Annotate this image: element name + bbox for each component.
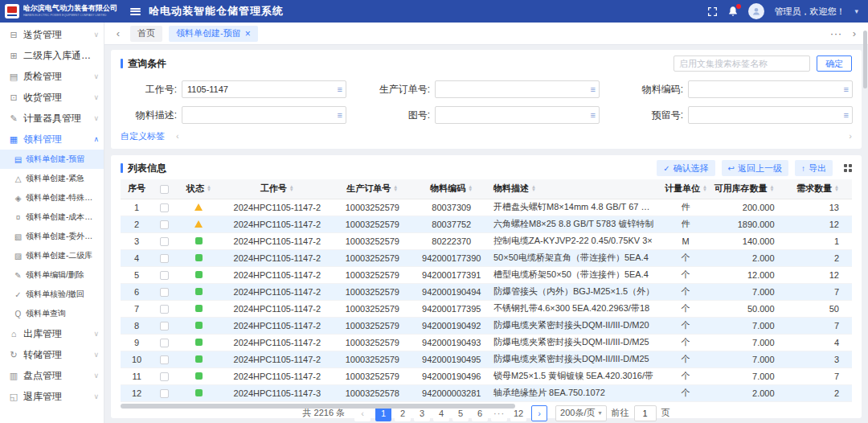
column-header-unit[interactable]: 计量单位▲▼ [661, 179, 710, 199]
filter-icon[interactable]: ≡ [591, 84, 596, 94]
back-up-button[interactable]: ↩返回上一级 [722, 160, 788, 176]
row-checkbox[interactable] [160, 372, 169, 381]
sidebar-item[interactable]: ◱退库管理∨ [0, 386, 104, 407]
sidebar-item[interactable]: ▦领料管理∧ [0, 129, 104, 150]
sidebar-item[interactable]: ⊟送货管理∨ [0, 24, 104, 45]
top-header: 哈尔滨电气动力装备有限公司 HARBIN ELECTRIC POWER EQUI… [0, 0, 868, 23]
tab-more-icon[interactable]: ··· [830, 28, 842, 39]
column-header-status[interactable]: 状态▲▼ [175, 179, 222, 199]
scrollbar-thumb[interactable] [121, 404, 515, 409]
sidebar-item[interactable]: ⌂出库管理∨ [0, 323, 104, 344]
field-input[interactable] [688, 106, 853, 124]
custom-tag-link[interactable]: 自定义标签 [121, 130, 165, 142]
sidebar-item[interactable]: ✎计量器具管理∨ [0, 108, 104, 129]
filter-icon[interactable]: ≡ [338, 110, 342, 120]
sidebar-subitem[interactable]: ✓领料单核验/撤回 [0, 285, 104, 304]
export-button[interactable]: ↑导出 [795, 160, 833, 176]
table-row[interactable]: 12024HPC1105-1147-21000325257980037309开槽… [121, 199, 852, 216]
sort-icon[interactable]: ▲▼ [468, 186, 473, 191]
filter-icon[interactable]: ≡ [591, 110, 596, 120]
column-header-work_no[interactable]: 工作号▲▼ [223, 179, 333, 199]
tag-name-input[interactable] [674, 55, 810, 72]
table-row[interactable]: 52024HPC1105-1147-2100032525799420001773… [121, 266, 852, 283]
tab[interactable]: 领料单创建-预留× [169, 26, 258, 42]
column-header-order_no[interactable]: 生产订单号▲▼ [332, 179, 412, 199]
filter-icon[interactable]: ≡ [338, 84, 342, 94]
row-checkbox[interactable] [160, 339, 169, 347]
column-settings-icon[interactable] [844, 164, 852, 172]
sidebar-subitem[interactable]: ¤领料单创建-成本中心 [0, 207, 104, 227]
sidebar-subitem[interactable]: ✎领料单编辑/删除 [0, 265, 104, 285]
sidebar-subitem[interactable]: ▧领料单创建-委外组件 [0, 227, 104, 246]
row-checkbox[interactable] [160, 254, 169, 263]
row-checkbox[interactable] [160, 271, 169, 280]
sidebar-collapse-icon[interactable] [130, 8, 141, 15]
column-header-material_desc[interactable]: 物料描述▲▼ [490, 179, 661, 199]
sidebar-subitem[interactable]: Q领料单查询 [0, 304, 104, 323]
tag-scroll-left-icon[interactable]: ‹ [176, 131, 179, 141]
sidebar-item[interactable]: ▤质检管理∨ [0, 66, 104, 87]
field-input[interactable] [688, 80, 853, 98]
table-row[interactable]: 72024HPC1105-1147-2100032525799420001773… [121, 300, 852, 317]
close-icon[interactable]: × [245, 29, 251, 39]
row-checkbox[interactable] [160, 305, 169, 314]
table-row[interactable]: 62024HPC1105-1147-2100032525799420001904… [121, 283, 852, 300]
user-avatar[interactable] [748, 3, 764, 19]
table-row[interactable]: 102024HPC1105-1147-210003252579942000190… [121, 351, 852, 368]
page-scrollbar[interactable] [863, 31, 867, 88]
page-size-select[interactable]: 200条/页▾ [555, 405, 606, 421]
column-header-material_code[interactable]: 物料编码▲▼ [413, 179, 490, 199]
confirm-select-button[interactable]: ✓确认选择 [657, 160, 714, 176]
row-checkbox[interactable] [160, 389, 169, 398]
sort-icon[interactable]: ▲▼ [834, 186, 839, 191]
table-row[interactable]: 92024HPC1105-1147-2100032525799420001904… [121, 334, 852, 351]
sidebar-subitem[interactable]: △领料单创建-紧急 [0, 169, 104, 188]
row-checkbox[interactable] [160, 288, 169, 297]
column-header-demand[interactable]: 需求数量▲▼ [786, 179, 852, 199]
tab[interactable]: 首页 [130, 26, 162, 42]
sidebar-item[interactable]: ↻转储管理∨ [0, 344, 104, 365]
field-input[interactable] [435, 106, 600, 124]
row-checkbox[interactable] [160, 355, 169, 364]
select-all-checkbox[interactable] [160, 185, 169, 194]
sidebar-subitem[interactable]: ◈领料单创建-特殊项目 [0, 188, 104, 207]
sort-icon[interactable]: ▲▼ [702, 186, 707, 191]
row-checkbox[interactable] [160, 322, 169, 331]
row-checkbox[interactable] [160, 203, 169, 212]
field-input[interactable] [435, 80, 600, 98]
tab-scroll-right-icon[interactable]: › [849, 27, 860, 39]
fullscreen-icon[interactable] [707, 6, 718, 17]
sidebar-item[interactable]: ▥盘点管理∨ [0, 365, 104, 386]
table-row[interactable]: 82024HPC1105-1147-2100032525799420001904… [121, 317, 852, 334]
confirm-button[interactable]: 确定 [817, 55, 852, 72]
tag-scroll-right-icon[interactable]: › [849, 131, 852, 141]
row-checkbox[interactable] [160, 220, 169, 229]
welcome-text[interactable]: 管理员，欢迎您！ [774, 6, 845, 18]
field-input[interactable] [182, 106, 346, 124]
sort-icon[interactable]: ▲▼ [531, 186, 536, 191]
next-page-button[interactable]: › [531, 405, 547, 421]
column-header-stock[interactable]: 可用库存数量▲▼ [710, 179, 785, 199]
field-input[interactable] [182, 80, 346, 98]
row-checkbox[interactable] [160, 237, 169, 246]
table-row[interactable]: 22024HPC1105-1147-21000325257980037752六角… [121, 216, 852, 232]
user-menu-caret-icon[interactable]: ▾ [854, 7, 858, 15]
table-row[interactable]: 112024HPC1105-1147-210003252579942000190… [121, 368, 852, 384]
sort-icon[interactable]: ▲▼ [207, 186, 211, 191]
sidebar-subitem[interactable]: ▤领料单创建-预留 [0, 150, 104, 169]
table-row[interactable]: 32024HPC1105-1147-21000325257980222370控制… [121, 232, 852, 249]
goto-page-input[interactable] [634, 405, 657, 421]
sidebar-item[interactable]: ⊡收货管理∨ [0, 87, 104, 108]
table-row[interactable]: 42024HPC1105-1147-2100032525799420001773… [121, 249, 852, 266]
sort-icon[interactable]: ▲▼ [770, 186, 775, 191]
sort-icon[interactable]: ▲▼ [289, 186, 294, 191]
sidebar-subitem[interactable]: ▨领料单创建-二级库 [0, 246, 104, 265]
tab-scroll-left-icon[interactable]: ‹ [113, 27, 124, 39]
filter-icon[interactable]: ≡ [844, 84, 849, 94]
table-row[interactable]: 122024HPC1105-1147-310003252578942000003… [121, 384, 852, 401]
cell-demand: 2 [786, 384, 852, 401]
filter-icon[interactable]: ≡ [844, 110, 849, 120]
notification-bell-icon[interactable] [727, 6, 739, 17]
sort-icon[interactable]: ▲▼ [393, 186, 398, 191]
sidebar-item[interactable]: ⊞二级库入库通知单 [0, 45, 104, 66]
